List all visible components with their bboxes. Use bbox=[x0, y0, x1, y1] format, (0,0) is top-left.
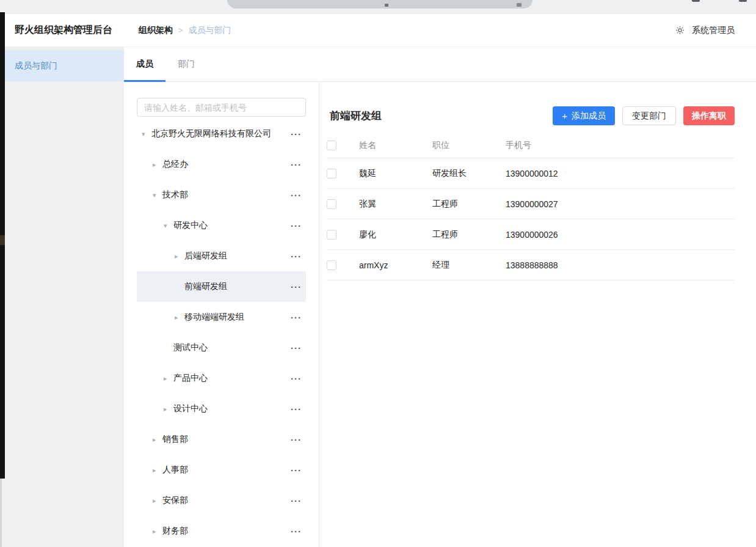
ellipsis-more-icon[interactable]: ··· bbox=[291, 527, 302, 536]
tab-bar: 成员 部门 bbox=[124, 47, 756, 82]
column-header-phone: 手机号 bbox=[506, 140, 735, 151]
ellipsis-more-icon[interactable]: ··· bbox=[291, 374, 302, 383]
tree-caret-icon[interactable]: ▾ bbox=[164, 222, 173, 229]
tree-node-label: 财务部 bbox=[162, 526, 188, 537]
extension-icon[interactable] bbox=[692, 0, 700, 2]
column-header-name: 姓名 bbox=[359, 140, 432, 151]
menu-icon[interactable] bbox=[739, 0, 747, 2]
sidebar-item-label: 成员与部门 bbox=[15, 61, 57, 72]
cell-phone: 13900000026 bbox=[506, 230, 735, 240]
breadcrumb-current: 成员与部门 bbox=[189, 25, 231, 36]
select-all-checkbox[interactable] bbox=[327, 141, 336, 150]
ellipsis-more-icon[interactable]: ··· bbox=[291, 466, 302, 475]
ellipsis-more-icon[interactable]: ··· bbox=[291, 130, 302, 139]
tab-members[interactable]: 成员 bbox=[124, 47, 165, 81]
plus-icon: + bbox=[562, 111, 567, 121]
search-input[interactable] bbox=[137, 98, 306, 117]
tree-node-label: 人事部 bbox=[162, 464, 188, 475]
cell-phone: 13900000012 bbox=[506, 169, 735, 178]
cell-phone: 13900000027 bbox=[506, 199, 735, 209]
gear-icon[interactable] bbox=[675, 26, 685, 35]
change-department-label: 变更部门 bbox=[632, 111, 666, 122]
row-checkbox[interactable] bbox=[327, 169, 336, 178]
tree-node-label: 销售部 bbox=[162, 434, 188, 445]
tree-caret-icon[interactable]: ▾ bbox=[153, 192, 162, 199]
cell-name: armXyz bbox=[359, 260, 432, 270]
row-checkbox[interactable] bbox=[327, 260, 336, 270]
tree-node[interactable]: ▾ 技术部 ··· bbox=[137, 180, 306, 210]
breadcrumb-root[interactable]: 组织架构 bbox=[139, 25, 173, 36]
lock-icon bbox=[385, 4, 388, 7]
tree-node-label: 后端研发组 bbox=[184, 251, 227, 262]
ellipsis-more-icon[interactable]: ··· bbox=[291, 435, 302, 444]
tree-node-label: 总经办 bbox=[162, 159, 188, 170]
tree-caret-icon[interactable]: ▾ bbox=[142, 131, 151, 138]
tree-node[interactable]: ▾ 研发中心 ··· bbox=[137, 210, 306, 241]
ellipsis-more-icon[interactable]: ··· bbox=[291, 313, 302, 322]
bookmark-star-icon[interactable] bbox=[517, 3, 522, 7]
tree-node-label: 测试中心 bbox=[173, 342, 208, 353]
tree-node[interactable]: ▸ 销售部 ··· bbox=[137, 424, 306, 455]
member-table: 姓名 职位 手机号 魏延 研发组长 13900000012 张翼 工程师 139… bbox=[327, 133, 735, 281]
tree-node-label: 移动端端研发组 bbox=[184, 312, 244, 323]
browser-toolbar bbox=[0, 0, 756, 14]
tree-caret-icon[interactable]: ▸ bbox=[153, 528, 162, 535]
sidebar-item-members-departments[interactable]: 成员与部门 bbox=[5, 50, 124, 81]
ellipsis-more-icon[interactable]: ··· bbox=[291, 496, 302, 505]
panel-title: 前端研发组 bbox=[330, 109, 382, 123]
ellipsis-more-icon[interactable]: ··· bbox=[291, 160, 302, 169]
cell-position: 工程师 bbox=[432, 229, 506, 240]
row-checkbox[interactable] bbox=[327, 199, 336, 209]
change-department-button[interactable]: 变更部门 bbox=[622, 106, 676, 125]
table-row: 廖化 工程师 13900000026 bbox=[327, 219, 735, 250]
tree-caret-icon[interactable]: ▸ bbox=[153, 497, 162, 504]
tree-caret-icon[interactable]: ▸ bbox=[153, 161, 162, 168]
tab-members-label: 成员 bbox=[136, 59, 153, 70]
ellipsis-more-icon[interactable]: ··· bbox=[291, 343, 302, 353]
tab-departments[interactable]: 部门 bbox=[165, 47, 207, 81]
tree-node[interactable]: 前端研发组 ··· bbox=[137, 271, 306, 302]
tree-caret-icon[interactable]: ▸ bbox=[164, 406, 173, 413]
app-title: 野火组织架构管理后台 bbox=[15, 24, 139, 37]
tree-node[interactable]: ▸ 移动端端研发组 ··· bbox=[137, 302, 306, 332]
add-member-button[interactable]: + 添加成员 bbox=[553, 106, 615, 125]
cell-name: 张翼 bbox=[359, 199, 432, 210]
user-name[interactable]: 系统管理员 bbox=[692, 25, 735, 36]
tab-departments-label: 部门 bbox=[178, 59, 195, 70]
browser-address-bar[interactable] bbox=[227, 0, 532, 9]
tree-node-label: 技术部 bbox=[162, 189, 188, 200]
tree-node-label: 前端研发组 bbox=[184, 281, 227, 292]
tree-node[interactable]: ▸ 财务部 ··· bbox=[137, 516, 306, 546]
ellipsis-more-icon[interactable]: ··· bbox=[291, 221, 302, 230]
tree-node[interactable]: ▸ 产品中心 ··· bbox=[137, 363, 306, 394]
tree-caret-icon[interactable]: ▸ bbox=[153, 436, 162, 443]
table-header-row: 姓名 职位 手机号 bbox=[327, 133, 735, 158]
tree-node[interactable]: ▸ 总经办 ··· bbox=[137, 149, 306, 180]
tree-node[interactable]: ▸ 人事部 ··· bbox=[137, 455, 306, 485]
tree-node[interactable]: ▸ 安保部 ··· bbox=[137, 485, 306, 516]
table-body: 魏延 研发组长 13900000012 张翼 工程师 13900000027 廖… bbox=[327, 158, 735, 281]
tree-node[interactable]: ▸ 后端研发组 ··· bbox=[137, 241, 306, 271]
row-checkbox[interactable] bbox=[327, 230, 336, 240]
cell-position: 研发组长 bbox=[432, 168, 506, 179]
ellipsis-more-icon[interactable]: ··· bbox=[291, 282, 302, 292]
app-header: 野火组织架构管理后台 组织架构 > 成员与部门 系统管理员 bbox=[5, 14, 756, 47]
ellipsis-more-icon[interactable]: ··· bbox=[291, 405, 302, 414]
tree-caret-icon[interactable]: ▸ bbox=[175, 314, 184, 321]
member-panel: 前端研发组 + 添加成员 变更部门 操作离职 bbox=[319, 82, 756, 547]
ellipsis-more-icon[interactable]: ··· bbox=[291, 252, 302, 261]
breadcrumb: 组织架构 > 成员与部门 bbox=[139, 25, 231, 36]
tree-caret-icon[interactable]: ▸ bbox=[175, 253, 184, 260]
cell-position: 工程师 bbox=[432, 199, 506, 210]
table-row: armXyz 经理 13888888888 bbox=[327, 250, 735, 281]
resign-button[interactable]: 操作离职 bbox=[683, 106, 735, 125]
cell-name: 魏延 bbox=[359, 168, 432, 179]
breadcrumb-separator: > bbox=[178, 26, 183, 35]
tree-caret-icon[interactable]: ▸ bbox=[153, 467, 162, 474]
header-user-area: 系统管理员 bbox=[675, 25, 735, 36]
tree-node[interactable]: ▾ 北京野火无限网络科技有限公司 ··· bbox=[137, 119, 306, 149]
ellipsis-more-icon[interactable]: ··· bbox=[291, 191, 302, 200]
tree-node[interactable]: ▸ 设计中心 ··· bbox=[137, 394, 306, 424]
tree-node[interactable]: 测试中心 ··· bbox=[137, 332, 306, 363]
tree-caret-icon[interactable]: ▸ bbox=[164, 375, 173, 382]
